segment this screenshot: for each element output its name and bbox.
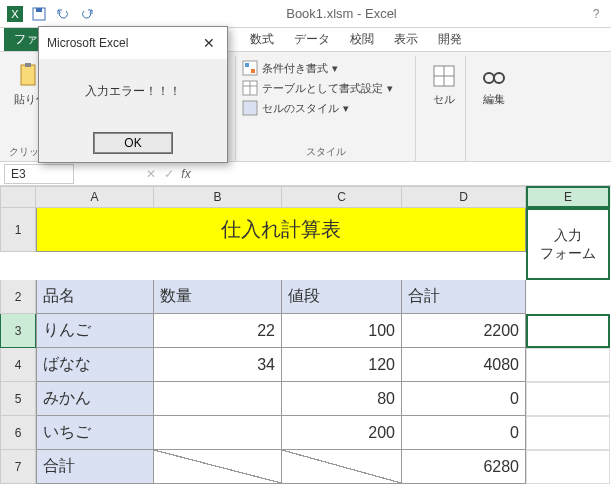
- dropdown-icon: ▾: [332, 62, 338, 75]
- row-6: 6 いちご 200 0: [0, 416, 611, 450]
- edit-label: 編集: [483, 92, 505, 107]
- form-button[interactable]: 入力 フォーム: [526, 208, 610, 280]
- tab-developer[interactable]: 開発: [428, 28, 472, 51]
- name-box[interactable]: E3: [4, 164, 74, 184]
- row-num-7[interactable]: 7: [0, 450, 36, 484]
- ok-button[interactable]: OK: [93, 132, 173, 154]
- svg-point-17: [494, 73, 504, 83]
- form-btn-l2: フォーム: [540, 244, 596, 262]
- conditional-label: 条件付き書式: [262, 61, 328, 76]
- cell-d3[interactable]: 2200: [402, 314, 526, 348]
- row-2: 2 品名 数量 値段 合計: [0, 280, 611, 314]
- row-num-2[interactable]: 2: [0, 280, 36, 314]
- tab-formulas[interactable]: 数式: [240, 28, 284, 51]
- row-4: 4 ばなな 34 120 4080: [0, 348, 611, 382]
- quick-access-toolbar: X Book1.xlsm - Excel ?: [0, 0, 611, 28]
- row-num-6[interactable]: 6: [0, 416, 36, 450]
- enter-icon[interactable]: ✓: [164, 167, 174, 181]
- dropdown-icon: ▾: [387, 82, 393, 95]
- svg-rect-7: [245, 63, 249, 67]
- title-cell[interactable]: 仕入れ計算表: [36, 208, 526, 252]
- group-cells: セル: [416, 56, 466, 161]
- fx-button[interactable]: fx: [174, 167, 198, 181]
- table-format-button[interactable]: テーブルとして書式設定▾: [242, 78, 409, 98]
- tab-data[interactable]: データ: [284, 28, 340, 51]
- group-styles: 条件付き書式▾ テーブルとして書式設定▾ セルのスタイル▾ スタイル: [236, 56, 416, 161]
- svg-rect-8: [251, 69, 255, 73]
- row-num-1[interactable]: 1: [0, 208, 36, 252]
- cell-c7[interactable]: [282, 450, 402, 484]
- tab-view[interactable]: 表示: [384, 28, 428, 51]
- redo-icon[interactable]: [78, 5, 96, 23]
- row-num-5[interactable]: 5: [0, 382, 36, 416]
- col-header-e[interactable]: E: [526, 186, 610, 208]
- group-editing: 編集: [466, 56, 520, 161]
- dialog-titlebar: Microsoft Excel ✕: [39, 27, 227, 59]
- svg-rect-4: [21, 65, 35, 85]
- form-btn-l1: 入力: [554, 226, 582, 244]
- cell-styles-label: セルのスタイル: [262, 101, 339, 116]
- row-num-3[interactable]: 3: [0, 314, 36, 348]
- cell-a3[interactable]: りんご: [36, 314, 154, 348]
- col-header-d[interactable]: D: [402, 186, 526, 208]
- cell-d4[interactable]: 4080: [402, 348, 526, 382]
- conditional-formatting-button[interactable]: 条件付き書式▾: [242, 58, 409, 78]
- undo-icon[interactable]: [54, 5, 72, 23]
- find-button[interactable]: 編集: [472, 58, 516, 111]
- cancel-icon[interactable]: ✕: [146, 167, 156, 181]
- cell-e5[interactable]: [526, 382, 610, 416]
- cell-d7[interactable]: 6280: [402, 450, 526, 484]
- cell-e3[interactable]: [526, 314, 610, 348]
- header-name[interactable]: 品名: [36, 280, 154, 314]
- col-header-c[interactable]: C: [282, 186, 402, 208]
- cell-a5[interactable]: みかん: [36, 382, 154, 416]
- cell-c5[interactable]: 80: [282, 382, 402, 416]
- error-dialog: Microsoft Excel ✕ 入力エラー！！！ OK: [38, 26, 228, 163]
- select-all-corner[interactable]: [0, 186, 36, 208]
- header-total[interactable]: 合計: [402, 280, 526, 314]
- header-price[interactable]: 値段: [282, 280, 402, 314]
- cell-c3[interactable]: 100: [282, 314, 402, 348]
- cell-a7[interactable]: 合計: [36, 450, 154, 484]
- cells-button[interactable]: セル: [422, 58, 466, 111]
- col-header-b[interactable]: B: [154, 186, 282, 208]
- cell-b4[interactable]: 34: [154, 348, 282, 382]
- svg-rect-3: [36, 8, 42, 12]
- formula-bar-row: E3 ✕ ✓ fx: [0, 162, 611, 186]
- save-icon[interactable]: [30, 5, 48, 23]
- dialog-buttons: OK: [39, 124, 227, 162]
- help-icon[interactable]: ?: [587, 5, 605, 23]
- cell-e4[interactable]: [526, 348, 610, 382]
- cell-d5[interactable]: 0: [402, 382, 526, 416]
- tab-review[interactable]: 校閲: [340, 28, 384, 51]
- window-title: Book1.xlsm - Excel: [102, 6, 581, 21]
- cell-e6[interactable]: [526, 416, 610, 450]
- styles-label: スタイル: [236, 145, 415, 159]
- col-header-a[interactable]: A: [36, 186, 154, 208]
- row-7: 7 合計 6280: [0, 450, 611, 484]
- cell-b5[interactable]: [154, 382, 282, 416]
- cell-a6[interactable]: いちご: [36, 416, 154, 450]
- cells-label: セル: [433, 92, 455, 107]
- cells-icon: [430, 62, 458, 90]
- close-icon[interactable]: ✕: [199, 33, 219, 53]
- cell-b3[interactable]: 22: [154, 314, 282, 348]
- cell-b6[interactable]: [154, 416, 282, 450]
- cell-d6[interactable]: 0: [402, 416, 526, 450]
- excel-icon: X: [6, 5, 24, 23]
- cell-c4[interactable]: 120: [282, 348, 402, 382]
- cell-styles-button[interactable]: セルのスタイル▾: [242, 98, 409, 118]
- column-headers: A B C D E: [0, 186, 611, 208]
- binoculars-icon: [480, 62, 508, 90]
- svg-text:X: X: [11, 8, 19, 20]
- header-qty[interactable]: 数量: [154, 280, 282, 314]
- cell-c6[interactable]: 200: [282, 416, 402, 450]
- cell-b7[interactable]: [154, 450, 282, 484]
- cell-e7[interactable]: [526, 450, 610, 484]
- table-icon: [242, 80, 258, 96]
- dialog-message: 入力エラー！！！: [39, 59, 227, 124]
- row-num-4[interactable]: 4: [0, 348, 36, 382]
- svg-point-16: [484, 73, 494, 83]
- cell-a4[interactable]: ばなな: [36, 348, 154, 382]
- cellstyle-icon: [242, 100, 258, 116]
